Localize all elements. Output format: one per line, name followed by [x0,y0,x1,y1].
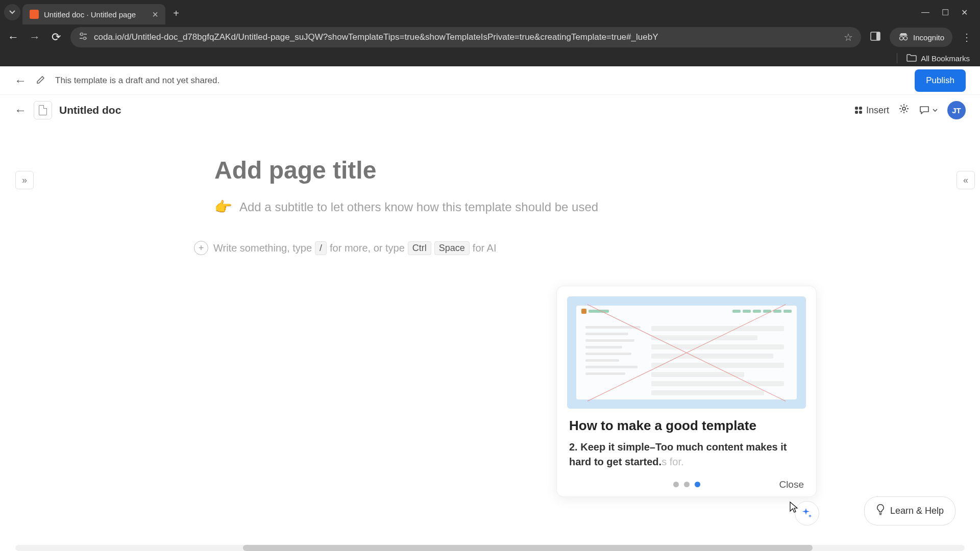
svg-point-4 [81,33,83,36]
doc-icon[interactable] [34,101,52,119]
mouse-cursor [788,501,799,514]
incognito-badge[interactable]: Incognito [890,28,952,47]
page-content: 👉 Add a subtitle to let others know how … [0,126,980,255]
grid-icon [855,107,862,114]
minimize-icon[interactable]: — [921,8,929,17]
browser-chrome: Untitled doc · Untitled page × + — ☐ ✕ ←… [0,0,980,66]
svg-rect-7 [876,32,880,40]
tip-body: 2. Keep it simple–Too much content makes… [557,440,816,469]
tip-dot-0[interactable] [673,482,679,487]
divider [897,53,897,63]
template-draft-bar: ← This template is a draft and not yet s… [0,66,980,95]
new-tab-button[interactable]: + [167,5,185,22]
compose-placeholder: Write something, type / for more, or typ… [213,241,497,255]
bookmark-star-icon[interactable]: ☆ [844,31,853,43]
window-controls: — ☐ ✕ [921,8,976,17]
incognito-icon [898,33,909,42]
insert-button[interactable]: Insert [855,105,889,116]
learn-help-button[interactable]: Learn & Help [864,496,955,525]
coda-favicon [30,10,39,19]
svg-rect-1 [84,34,87,35]
compose-row[interactable]: + Write something, type / for more, or t… [194,241,980,255]
comments-menu[interactable] [919,105,938,116]
url-field[interactable]: coda.io/d/Untitled-doc_d78bgfqZAKd/Untit… [70,27,861,47]
svg-point-5 [84,37,86,40]
scrollbar-thumb[interactable] [243,545,813,551]
compose-text-pre: Write something, type [213,242,312,254]
template-tip-card: How to make a good template 2. Keep it s… [556,286,817,497]
page-title-input[interactable] [214,156,623,184]
kbd-space: Space [434,241,470,255]
forward-icon[interactable]: → [28,31,42,44]
address-bar: ← → ⟳ coda.io/d/Untitled-doc_d78bgfqZAKd… [0,24,980,50]
back-icon[interactable]: ← [6,31,20,44]
doc-back-icon[interactable]: ← [14,103,27,117]
all-bookmarks-link[interactable]: All Bookmarks [921,54,970,63]
compose-text-mid: for more, or type [330,242,405,254]
tip-illustration [567,296,806,409]
horizontal-scrollbar[interactable] [15,545,965,551]
tip-close-button[interactable]: Close [779,479,804,490]
learn-help-label: Learn & Help [890,506,944,516]
svg-point-8 [900,36,903,40]
incognito-label: Incognito [913,33,944,42]
subtitle-row[interactable]: 👉 Add a subtitle to let others know how … [214,198,980,215]
chevron-down-icon [9,9,16,16]
tab-search-dropdown[interactable] [4,4,20,20]
comment-icon [919,105,930,116]
browser-menu-icon[interactable]: ⋮ [960,31,974,43]
gear-icon[interactable] [898,103,910,117]
kbd-ctrl: Ctrl [408,241,431,255]
tip-footer: Close [557,469,816,487]
draft-message: This template is a draft and not yet sha… [55,76,219,86]
expand-sidebar-right[interactable]: « [957,171,975,189]
doc-actions: Insert JT [855,101,966,119]
edit-icon[interactable] [36,74,46,87]
expand-sidebar-left[interactable]: » [15,171,34,189]
kbd-slash: / [315,241,327,255]
tip-dot-2[interactable] [695,482,700,487]
sparkle-icon [801,507,813,519]
url-text: coda.io/d/Untitled-doc_d78bgfqZAKd/Untit… [94,32,838,42]
svg-rect-2 [80,38,83,39]
svg-point-11 [902,107,905,110]
add-block-button[interactable]: + [194,241,208,255]
svg-point-9 [904,36,908,40]
maximize-icon[interactable]: ☐ [942,8,949,17]
doc-header: ← Untitled doc Insert JT [0,95,980,126]
subtitle-placeholder: Add a subtitle to let others know how th… [239,200,598,214]
tab-bar: Untitled doc · Untitled page × + — ☐ ✕ [0,0,980,24]
browser-tab[interactable]: Untitled doc · Untitled page × [22,4,165,24]
avatar[interactable]: JT [947,101,966,119]
tab-title: Untitled doc · Untitled page [44,10,147,19]
draft-back-icon[interactable]: ← [14,73,27,88]
close-window-icon[interactable]: ✕ [961,8,968,17]
doc-title[interactable]: Untitled doc [59,104,121,116]
reload-icon[interactable]: ⟳ [49,31,63,44]
chevron-down-icon [932,107,938,113]
side-panel-icon[interactable] [868,32,883,43]
publish-button[interactable]: Publish [915,69,966,92]
insert-label: Insert [866,105,889,116]
close-tab-icon[interactable]: × [152,9,158,20]
lightbulb-icon [876,504,885,518]
compose-text-post: for AI [473,242,497,254]
folder-icon [906,54,917,63]
tip-pagination-dots [673,482,700,487]
tip-body-faded: s for. [662,456,683,467]
pointing-hand-emoji: 👉 [214,198,232,215]
tip-dot-1[interactable] [684,482,690,487]
bookmarks-bar: All Bookmarks [0,50,980,66]
tip-title: How to make a good template [557,418,816,440]
site-settings-icon[interactable] [79,32,88,43]
